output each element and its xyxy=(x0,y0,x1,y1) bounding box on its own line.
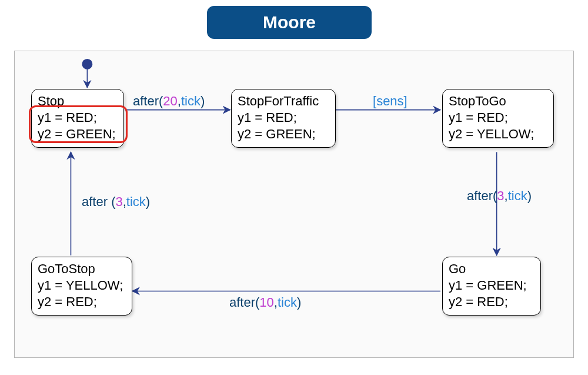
state-output-line: y1 = YELLOW; xyxy=(38,277,126,294)
state-output-line: y2 = GREEN; xyxy=(238,126,329,142)
state-name: StopToGo xyxy=(449,93,547,109)
diagram-title-pill: Moore xyxy=(207,6,372,39)
state-output-line: y2 = YELLOW; xyxy=(449,126,547,142)
transition-label-sft-to-stoptogo: [sens] xyxy=(373,94,407,109)
transition-label-stoptogo-to-go: after(3,tick) xyxy=(467,188,532,204)
initial-state-dot xyxy=(82,59,92,69)
state-name: StopForTraffic xyxy=(238,93,329,109)
state-gotostop: GoToStop y1 = YELLOW; y2 = RED; xyxy=(31,257,132,316)
state-stoptogo: StopToGo y1 = RED; y2 = YELLOW; xyxy=(442,89,554,148)
state-output-line: y1 = RED; xyxy=(38,109,118,126)
transition-label-go-to-gotostop: after(10,tick) xyxy=(229,295,301,310)
state-output-line: y1 = RED; xyxy=(238,109,329,126)
state-name: Stop xyxy=(38,93,118,109)
state-output-line: y1 = RED; xyxy=(449,109,547,126)
diagram-title: Moore xyxy=(263,12,316,32)
state-chart-canvas: Stop y1 = RED; y2 = GREEN; StopForTraffi… xyxy=(14,51,574,358)
state-output-line: y2 = RED; xyxy=(449,294,534,310)
state-stopfortraffic: StopForTraffic y1 = RED; y2 = GREEN; xyxy=(231,89,336,148)
transition-label-gotostop-to-stop: after (3,tick) xyxy=(82,194,150,210)
state-name: Go xyxy=(449,261,534,277)
state-output-line: y1 = GREEN; xyxy=(449,277,534,294)
state-output-line: y2 = RED; xyxy=(38,294,126,310)
state-name: GoToStop xyxy=(38,261,126,277)
state-go: Go y1 = GREEN; y2 = RED; xyxy=(442,257,541,316)
transition-label-stop-to-sft: after(20,tick) xyxy=(133,94,205,109)
state-output-line: y2 = GREEN; xyxy=(38,126,118,142)
state-stop: Stop y1 = RED; y2 = GREEN; xyxy=(31,89,124,148)
